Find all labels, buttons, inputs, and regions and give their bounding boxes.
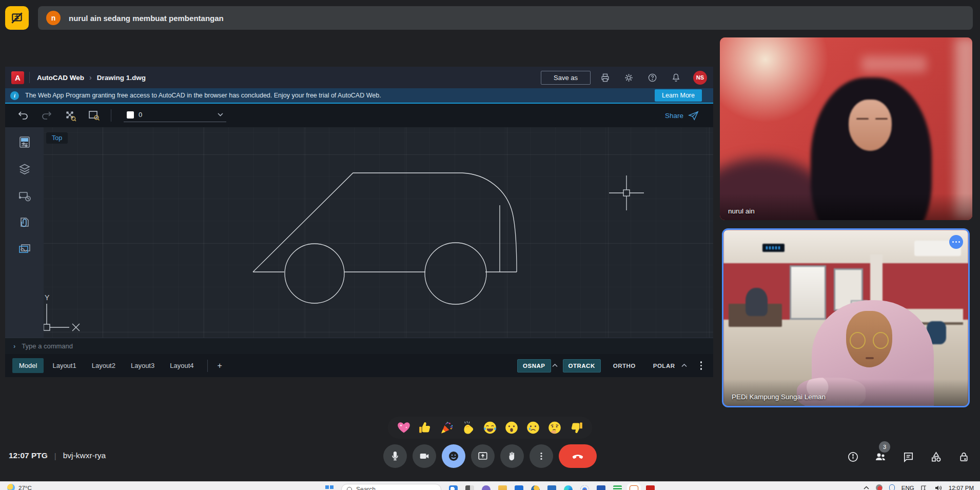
user-avatar[interactable]: NS: [693, 71, 707, 85]
redo-icon[interactable]: [40, 109, 53, 122]
taskbar-app-store[interactable]: [515, 485, 523, 490]
meeting-info: 12:07 PTG | bvj-kwxr-rya: [9, 451, 106, 460]
tab-model[interactable]: Model: [12, 358, 44, 373]
taskbar-app-mvba[interactable]: [547, 485, 556, 490]
properties-panel-icon[interactable]: [18, 135, 31, 149]
taskbar-weather[interactable]: 27°C: [7, 484, 32, 490]
tab-layout2[interactable]: Layout2: [85, 358, 122, 373]
save-as-button[interactable]: Save as: [541, 71, 591, 85]
activities-icon[interactable]: [930, 450, 942, 463]
tile-more-options-button[interactable]: [949, 235, 963, 249]
reaction-clapping-hands[interactable]: [461, 420, 477, 436]
tray-chevron-up-icon[interactable]: [864, 486, 869, 490]
reaction-thumbs-up[interactable]: [418, 420, 434, 436]
toolbar-divider: [111, 109, 111, 122]
taskbar-app-edge[interactable]: [564, 485, 573, 490]
status-overflow-menu[interactable]: [696, 359, 707, 372]
presentation-off-icon: [10, 11, 24, 25]
taskbar-app-active-autocad[interactable]: [630, 485, 638, 490]
learn-more-button[interactable]: Learn More: [655, 89, 702, 102]
network-icon[interactable]: [921, 485, 928, 490]
add-layout-button[interactable]: +: [213, 361, 226, 370]
taskbar-app-file-explorer[interactable]: [498, 485, 507, 490]
start-button[interactable]: [325, 485, 334, 490]
polar-chevron-up-icon[interactable]: [681, 364, 687, 367]
video-tile-nurul-ain[interactable]: nurul ain: [720, 37, 972, 220]
layer-dropdown[interactable]: 0: [124, 109, 226, 122]
osnap-chevron-up-icon[interactable]: [552, 364, 558, 367]
zoom-window-icon[interactable]: [87, 109, 101, 122]
reaction-face-with-tears-of-joy[interactable]: [482, 420, 498, 436]
reaction-thinking-face[interactable]: [547, 420, 563, 436]
background-signage: [861, 56, 927, 72]
reaction-surprised-face[interactable]: [504, 420, 520, 436]
taskbar-app-adobe[interactable]: [646, 485, 655, 490]
present-screen-button[interactable]: [471, 444, 495, 468]
meeting-code: bvj-kwxr-rya: [63, 451, 106, 460]
zoom-extents-icon[interactable]: [64, 109, 77, 122]
more-options-button[interactable]: [530, 444, 553, 468]
taskbar-search[interactable]: Search: [341, 484, 441, 490]
notifications-bell-icon[interactable]: [671, 72, 681, 83]
end-call-button[interactable]: [559, 444, 597, 468]
drawing-canvas[interactable]: Top Y: [44, 127, 713, 338]
undo-icon[interactable]: [16, 109, 30, 122]
taskbar-app-word[interactable]: [597, 485, 605, 490]
autocad-toolbar: 0 Share: [5, 104, 713, 127]
tab-layout1[interactable]: Layout1: [46, 358, 83, 373]
participant-mouth: [866, 357, 874, 359]
otrack-toggle[interactable]: OTRACK: [563, 359, 601, 373]
breadcrumb-file[interactable]: Drawing 1.dwg: [97, 74, 146, 82]
weather-icon: [7, 484, 15, 490]
taskbar-app-chrome[interactable]: [580, 485, 589, 490]
participants-icon[interactable]: 3: [874, 450, 887, 463]
taskbar-app-person[interactable]: [531, 485, 540, 490]
taskbar-app-desktop[interactable]: [465, 485, 474, 490]
share-button[interactable]: Share: [665, 111, 699, 121]
camera-button[interactable]: [413, 444, 436, 468]
reaction-crying-face[interactable]: [525, 420, 541, 436]
chevron-down-icon: [218, 113, 223, 116]
microphone-button[interactable]: [383, 444, 407, 468]
call-controls: [383, 444, 597, 468]
polar-toggle[interactable]: POLAR: [648, 360, 680, 372]
command-line[interactable]: › Type a command: [5, 338, 713, 354]
print-icon[interactable]: [600, 72, 610, 83]
tab-layout4[interactable]: Layout4: [163, 358, 200, 373]
volume-icon[interactable]: [935, 485, 942, 490]
taskbar-app-sheets[interactable]: [613, 485, 622, 490]
views-panel-icon[interactable]: [18, 242, 31, 256]
reaction-party-popper[interactable]: [439, 420, 455, 436]
taskbar-app-purple[interactable]: [482, 485, 491, 490]
raise-hand-button[interactable]: [500, 444, 524, 468]
tray-app-icon[interactable]: [876, 484, 883, 490]
attachments-panel-icon[interactable]: [18, 215, 31, 229]
reactions-button[interactable]: [442, 444, 465, 468]
meeting-details-icon[interactable]: [847, 450, 859, 463]
search-icon: [347, 487, 352, 490]
tab-layout3[interactable]: Layout3: [124, 358, 161, 373]
osnap-toggle[interactable]: OSNAP: [517, 359, 551, 373]
breadcrumb-app[interactable]: AutoCAD Web: [37, 74, 84, 82]
taskbar-clock[interactable]: 12:07 PM: [949, 485, 974, 490]
command-placeholder: Type a command: [22, 342, 73, 350]
reaction-thumbs-down[interactable]: [569, 420, 584, 436]
help-icon[interactable]: [647, 72, 657, 83]
settings-gear-icon[interactable]: [623, 72, 634, 83]
reaction-sparkling-heart[interactable]: [396, 420, 412, 436]
autocad-logo[interactable]: A: [11, 71, 24, 84]
breadcrumb-separator: ›: [89, 73, 92, 82]
autocad-header: A AutoCAD Web › Drawing 1.dwg Save as: [5, 67, 713, 88]
stop-presenting-button[interactable]: [5, 6, 29, 30]
layers-panel-icon[interactable]: [18, 162, 31, 175]
weather-temp: 27°C: [18, 485, 32, 490]
chat-icon[interactable]: [902, 450, 914, 463]
host-controls-icon[interactable]: [957, 450, 970, 463]
taskbar-app-copilot[interactable]: [449, 485, 458, 490]
tray-voice-icon[interactable]: [889, 484, 895, 490]
view-label[interactable]: Top: [46, 132, 68, 144]
sheets-panel-icon[interactable]: [18, 189, 31, 202]
video-tile-pedi[interactable]: PEDi Kampung Sungai Leman: [722, 228, 970, 407]
language-indicator[interactable]: ENG: [901, 485, 914, 490]
ortho-toggle[interactable]: ORTHO: [608, 360, 641, 372]
